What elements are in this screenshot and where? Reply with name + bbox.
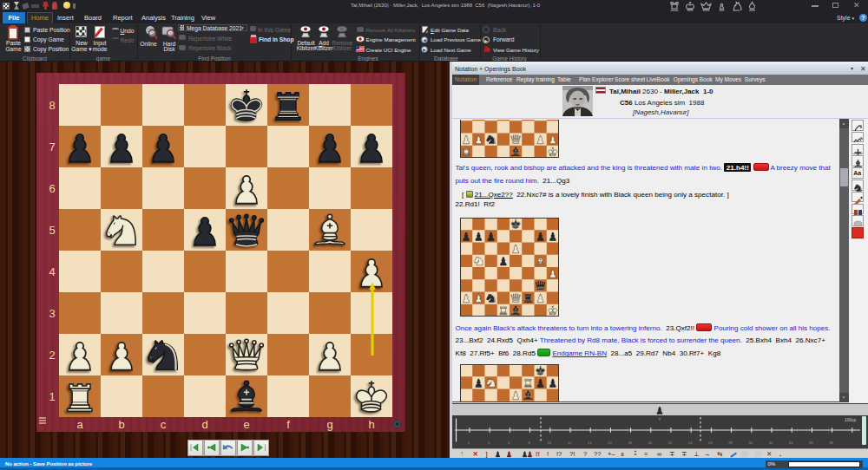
- svg-text:2: 2: [49, 349, 55, 362]
- svg-text:c: c: [161, 418, 167, 431]
- svg-text:4: 4: [49, 265, 55, 278]
- svg-text:g: g: [326, 418, 332, 431]
- svg-text:h: h: [368, 418, 374, 431]
- svg-text:3: 3: [49, 307, 55, 320]
- svg-text:7: 7: [49, 140, 55, 153]
- svg-text:f: f: [286, 418, 290, 431]
- svg-text:6: 6: [49, 182, 55, 195]
- svg-text:d: d: [201, 418, 207, 431]
- svg-text:b: b: [118, 418, 124, 431]
- svg-text:1: 1: [49, 390, 55, 403]
- svg-text:5: 5: [49, 224, 55, 237]
- svg-text:8: 8: [49, 99, 55, 112]
- svg-text:a: a: [76, 418, 83, 431]
- svg-text:e: e: [243, 418, 249, 431]
